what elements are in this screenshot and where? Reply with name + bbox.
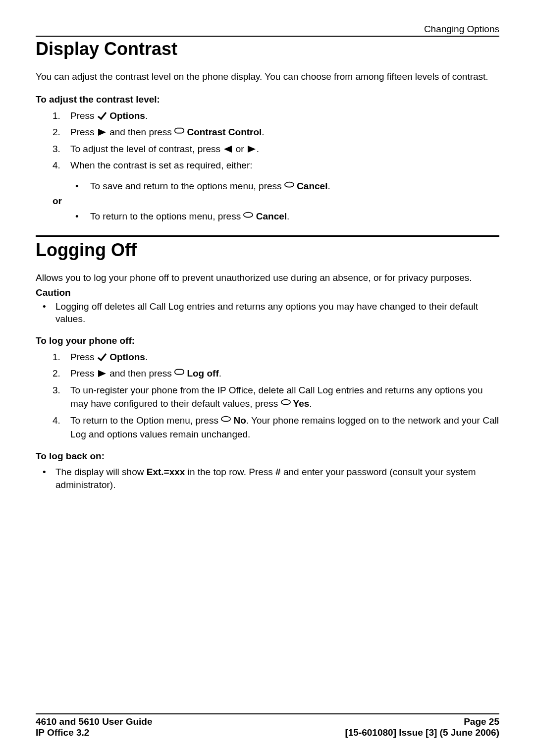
hash-label: # bbox=[275, 467, 281, 477]
check-icon bbox=[97, 352, 107, 362]
text-b: in the top row. Press bbox=[185, 467, 275, 477]
page-footer: 4610 and 5610 User Guide IP Office 3.2 P… bbox=[36, 713, 499, 738]
log-back-on-text: The display will show Ext.=xxx in the to… bbox=[36, 466, 499, 491]
step-text: Press bbox=[70, 352, 95, 362]
sub-step-text: To save and return to the options menu, … bbox=[90, 181, 284, 191]
cancel-label: Cancel bbox=[294, 181, 328, 191]
softkey-icon bbox=[174, 127, 184, 137]
cancel-label: Cancel bbox=[253, 211, 287, 221]
options-label: Options bbox=[107, 352, 145, 362]
svg-point-8 bbox=[281, 400, 290, 405]
svg-rect-7 bbox=[175, 370, 184, 375]
svg-point-9 bbox=[221, 417, 230, 422]
footer-left: 4610 and 5610 User Guide IP Office 3.2 bbox=[36, 716, 153, 738]
step-text-a: To return to the Option menu, press bbox=[70, 415, 221, 426]
subhead-adjust-contrast: To adjust the contrast level: bbox=[36, 94, 499, 105]
section-divider bbox=[36, 235, 499, 237]
period: . bbox=[327, 181, 330, 191]
arrow-left-icon bbox=[223, 144, 233, 154]
period: . bbox=[262, 127, 264, 137]
step-3-logoff: To un-register your phone from the IP Of… bbox=[36, 383, 499, 411]
caution-text: Logging off deletes all Call Log entries… bbox=[36, 300, 499, 325]
softkey-icon bbox=[243, 212, 253, 221]
no-label: No bbox=[231, 415, 246, 426]
footer-product: IP Office 3.2 bbox=[36, 727, 153, 738]
running-header: Changing Options bbox=[36, 24, 499, 37]
softkey-icon bbox=[221, 416, 231, 426]
step-1: Press Options. bbox=[36, 109, 499, 123]
svg-point-4 bbox=[285, 182, 294, 187]
period: . bbox=[309, 398, 312, 409]
sub-step-save: To save and return to the options menu, … bbox=[36, 179, 499, 193]
footer-page-number: Page 25 bbox=[345, 716, 499, 727]
caution-label: Caution bbox=[36, 287, 499, 298]
arrow-right-icon bbox=[247, 144, 257, 154]
intro-logging-off: Allows you to log your phone off to prev… bbox=[36, 271, 499, 284]
step-1-logoff: Press Options. bbox=[36, 350, 499, 364]
heading-logging-off: Logging Off bbox=[36, 240, 499, 261]
step-4: When the contrast is set as required, ei… bbox=[36, 159, 499, 172]
logoff-label: Log off bbox=[184, 368, 219, 378]
step-2-text-a: Press bbox=[70, 127, 97, 137]
check-icon bbox=[97, 111, 107, 121]
heading-display-contrast: Display Contrast bbox=[36, 39, 499, 59]
contrast-control-label: Contrast Control bbox=[184, 127, 262, 137]
softkey-icon bbox=[281, 399, 291, 409]
footer-guide-title: 4610 and 5610 User Guide bbox=[36, 716, 153, 727]
step-text-b: and then press bbox=[107, 368, 174, 378]
sub-step-return: To return to the options menu, press Can… bbox=[36, 210, 499, 223]
svg-marker-0 bbox=[98, 129, 106, 136]
step-3-text-a: To adjust the level of contrast, press bbox=[70, 144, 223, 154]
or-separator: or bbox=[36, 196, 499, 207]
period: . bbox=[257, 144, 259, 154]
step-3-text-b: or bbox=[233, 144, 246, 154]
step-4-text: When the contrast is set as required, ei… bbox=[70, 160, 253, 170]
step-2-text-b: and then press bbox=[107, 127, 174, 137]
step-1-text: Press bbox=[70, 110, 95, 121]
svg-point-5 bbox=[244, 213, 253, 217]
period: . bbox=[219, 368, 221, 378]
footer-right: Page 25 [15-601080] Issue [3] (5 June 20… bbox=[345, 716, 499, 738]
yes-label: Yes bbox=[291, 398, 310, 409]
footer-issue: [15-601080] Issue [3] (5 June 2006) bbox=[345, 727, 499, 738]
ext-label: Ext.=xxx bbox=[147, 467, 185, 477]
arrow-right-icon bbox=[97, 127, 107, 137]
period: . bbox=[287, 211, 289, 221]
svg-rect-1 bbox=[175, 128, 184, 133]
step-3: To adjust the level of contrast, press o… bbox=[36, 142, 499, 156]
steps-adjust-contrast: Press Options. Press and then press Cont… bbox=[36, 109, 499, 172]
steps-log-off: Press Options. Press and then press Log … bbox=[36, 350, 499, 441]
page-content: Changing Options Display Contrast You ca… bbox=[36, 24, 499, 713]
period: . bbox=[145, 110, 148, 121]
step-2-logoff: Press and then press Log off. bbox=[36, 367, 499, 380]
step-text-a: Press bbox=[70, 368, 97, 378]
softkey-icon bbox=[284, 181, 294, 191]
svg-marker-6 bbox=[98, 370, 106, 377]
svg-marker-2 bbox=[224, 146, 232, 153]
subhead-log-back-on: To log back on: bbox=[36, 451, 499, 462]
step-4-logoff: To return to the Option menu, press No. … bbox=[36, 414, 499, 441]
intro-display-contrast: You can adjust the contrast level on the… bbox=[36, 70, 499, 83]
step-text: To un-register your phone from the IP Of… bbox=[70, 385, 483, 409]
arrow-right-icon bbox=[97, 369, 107, 378]
text-a: The display will show bbox=[55, 467, 147, 477]
svg-marker-3 bbox=[248, 146, 256, 153]
step-2: Press and then press Contrast Control. bbox=[36, 125, 499, 139]
softkey-icon bbox=[174, 369, 184, 378]
subhead-log-off: To log your phone off: bbox=[36, 335, 499, 346]
options-label: Options bbox=[107, 110, 145, 121]
period: . bbox=[145, 352, 148, 362]
sub-step-text: To return to the options menu, press bbox=[90, 211, 243, 221]
